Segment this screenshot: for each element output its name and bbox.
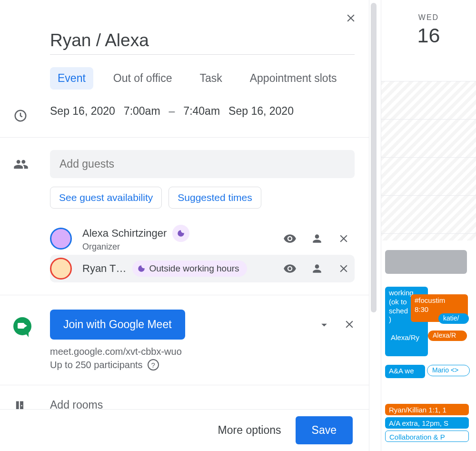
avatar	[50, 228, 72, 250]
avatar	[50, 258, 72, 280]
suggested-times-button[interactable]: Suggested times	[169, 187, 261, 209]
tab-out-of-office[interactable]: Out of office	[106, 67, 180, 90]
clock-icon	[13, 109, 28, 123]
more-options-button[interactable]: More options	[218, 424, 281, 437]
calendar-event[interactable]: Mario <>	[427, 365, 470, 376]
calendar-event[interactable]: A&A we	[385, 365, 425, 378]
calendar-event[interactable]: Collaboration & P	[385, 431, 469, 442]
event-title-input[interactable]	[50, 29, 355, 55]
calendar-event[interactable]: Alexa/Ry	[387, 331, 427, 344]
working-hours-chip: Outside working hours	[132, 261, 247, 277]
x-icon	[337, 262, 350, 275]
guest-row: Ryan T… Outside working hours	[50, 255, 355, 282]
remove-guest-button[interactable]	[336, 261, 352, 277]
hangouts-icon	[13, 317, 31, 335]
tab-event[interactable]: Event	[50, 67, 93, 90]
status-text: Outside working hours	[149, 263, 239, 274]
calendar-event[interactable]: Alexa/R	[428, 331, 467, 341]
google-meet-section: Join with Google Meet meet.google.com/xv…	[0, 295, 369, 385]
chevron-down-icon	[317, 318, 331, 331]
meet-capacity-text: Up to 250 participants	[50, 360, 143, 371]
mark-optional-button[interactable]	[281, 260, 298, 277]
add-rooms-input[interactable]: Add rooms	[50, 399, 356, 409]
calendar-event[interactable]: katie/	[438, 313, 469, 324]
remove-meet-button[interactable]	[343, 318, 356, 331]
moon-icon	[172, 225, 189, 242]
dialog-footer: More options Save	[0, 409, 369, 451]
people-icon	[13, 157, 29, 172]
time-dash: –	[169, 105, 175, 118]
room-icon	[13, 400, 27, 409]
help-icon[interactable]: ?	[148, 359, 159, 371]
eye-icon	[283, 262, 297, 275]
calendar-day-column: WED 16 working (ok to sched ) #focustim …	[381, 0, 476, 451]
moon-icon	[137, 264, 146, 273]
day-name: WED	[381, 13, 476, 22]
end-time[interactable]: 7:40am	[183, 105, 220, 118]
day-header[interactable]: WED 16	[381, 0, 476, 47]
time-row: Sep 16, 2020 7:00am – 7:40am Sep 16, 202…	[0, 103, 369, 123]
scrollbar[interactable]	[371, 3, 377, 312]
guests-section: See guest availability Suggested times A…	[0, 138, 369, 295]
event-quick-create-dialog: Event Out of office Task Appointment slo…	[0, 0, 369, 451]
tab-task[interactable]: Task	[192, 67, 229, 90]
guest-row: Alexa Schirtzinger Organizer	[50, 222, 355, 255]
tab-appointment-slots[interactable]: Appointment slots	[242, 67, 345, 90]
day-number: 16	[381, 24, 476, 47]
guest-name: Ryan T…	[82, 262, 127, 275]
end-date[interactable]: Sep 16, 2020	[228, 105, 294, 118]
guest-permissions-button[interactable]	[309, 261, 325, 277]
non-working-hours	[381, 81, 476, 241]
close-icon	[345, 12, 357, 24]
event-placeholder[interactable]	[385, 250, 467, 274]
remove-guest-button[interactable]	[336, 231, 352, 247]
x-icon	[337, 232, 350, 245]
calendar-event[interactable]: A/A extra, 12pm, S	[385, 417, 469, 429]
mark-optional-button[interactable]	[281, 230, 298, 247]
guest-role: Organizer	[82, 242, 276, 252]
day-grid[interactable]: working (ok to sched ) #focustim 8:30 ka…	[381, 81, 476, 451]
add-guests-input[interactable]	[50, 150, 355, 178]
person-icon	[311, 232, 323, 245]
rooms-section: Add rooms	[0, 385, 369, 409]
start-time[interactable]: 7:00am	[124, 105, 160, 118]
start-date[interactable]: Sep 16, 2020	[50, 105, 115, 118]
person-icon	[311, 262, 323, 275]
meet-options-button[interactable]	[317, 318, 331, 331]
x-icon	[343, 318, 356, 331]
guest-list: Alexa Schirtzinger Organizer	[50, 222, 355, 282]
meet-link-text: meet.google.com/xvt-cbbx-wuo	[50, 346, 356, 357]
calendar-event[interactable]: Ryan/Killian 1:1, 1	[385, 404, 469, 415]
eye-icon	[283, 232, 297, 245]
guest-name: Alexa Schirtzinger	[82, 227, 167, 240]
guest-permissions-button[interactable]	[309, 231, 325, 247]
save-button[interactable]: Save	[296, 416, 353, 444]
close-button[interactable]	[342, 10, 359, 27]
see-availability-button[interactable]: See guest availability	[50, 187, 162, 209]
event-type-tabs: Event Out of office Task Appointment slo…	[50, 67, 369, 90]
join-meet-button[interactable]: Join with Google Meet	[50, 310, 185, 340]
